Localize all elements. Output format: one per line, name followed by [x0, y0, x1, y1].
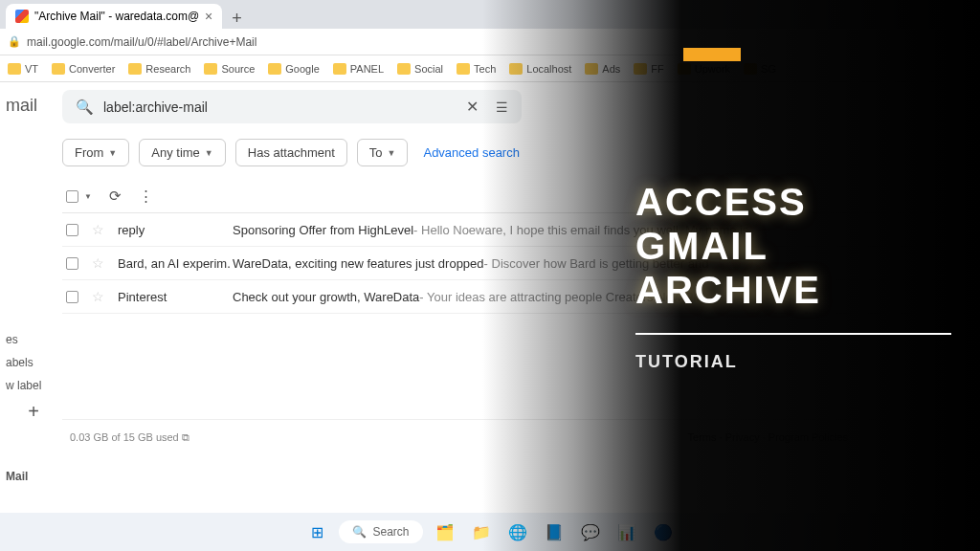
folder-icon: [204, 63, 217, 75]
bookmark-item[interactable]: Google: [268, 63, 319, 75]
bookmark-item[interactable]: Converter: [52, 63, 115, 75]
sidebar: mail es abels w label + Mail: [0, 82, 53, 522]
sender: Pinterest: [118, 290, 233, 304]
folder-icon: [457, 63, 470, 75]
filter-attachment[interactable]: Has attachment: [235, 139, 347, 166]
lock-icon: 🔒: [8, 35, 21, 48]
folder-icon: [8, 63, 21, 75]
search-icon: 🔍: [76, 99, 94, 116]
bookmark-item[interactable]: Social: [397, 63, 443, 75]
overlay-subtitle: TUTORIAL: [635, 352, 980, 372]
subject: Sponsoring Offer from HighLevel: [233, 223, 413, 237]
sender: Bard, an AI experim.: [118, 256, 233, 271]
bookmark-item[interactable]: VT: [8, 63, 38, 75]
close-tab-icon[interactable]: ×: [205, 9, 212, 24]
tutorial-overlay: ACCESS GMAIL ARCHIVE TUTORIAL: [482, 0, 980, 551]
tab-title: "Archive Mail" - waredata.com@: [34, 10, 199, 23]
chevron-down-icon: ▼: [205, 148, 213, 158]
folder-icon: [268, 63, 281, 75]
gmail-icon: [15, 10, 29, 23]
gmail-logo-text: mail: [0, 90, 53, 127]
new-tab-button[interactable]: +: [222, 9, 252, 29]
sidebar-mail-label[interactable]: Mail: [0, 465, 53, 488]
divider: [635, 333, 951, 335]
search-input[interactable]: [103, 99, 457, 115]
url-text: mail.google.com/mail/u/0/#label/Archive+…: [27, 35, 256, 49]
star-icon[interactable]: ☆: [92, 289, 104, 304]
search-icon: 🔍: [352, 525, 367, 539]
chevron-down-icon: ▼: [108, 148, 117, 158]
star-icon[interactable]: ☆: [92, 222, 104, 237]
row-checkbox[interactable]: [66, 257, 78, 270]
external-link-icon[interactable]: ⧉: [182, 431, 189, 443]
filter-anytime[interactable]: Any time▼: [139, 139, 226, 166]
subject: Check out your growth, WareData: [233, 290, 419, 304]
row-checkbox[interactable]: [66, 291, 78, 303]
sidebar-label[interactable]: w label: [0, 374, 53, 397]
search-bar[interactable]: 🔍 ✕ ☰: [62, 90, 522, 123]
folder-icon: [128, 63, 142, 75]
folder-icon: [52, 63, 65, 75]
folder-icon: [333, 63, 346, 75]
star-icon[interactable]: ☆: [92, 255, 104, 271]
taskbar-app[interactable]: 🗂️: [431, 518, 459, 546]
sidebar-label[interactable]: abels: [0, 351, 53, 374]
add-label-button[interactable]: +: [0, 397, 53, 427]
accent-bar: [683, 48, 741, 61]
sidebar-label[interactable]: es: [0, 328, 53, 351]
filter-to[interactable]: To▼: [357, 139, 409, 166]
browser-tab[interactable]: "Archive Mail" - waredata.com@ ×: [6, 4, 222, 29]
sender: reply: [118, 223, 233, 237]
subject: WareData, exciting new features just dro…: [233, 256, 484, 271]
bookmark-item[interactable]: PANEL: [333, 63, 384, 75]
filter-from[interactable]: From▼: [62, 139, 129, 166]
select-dropdown-icon[interactable]: ▼: [84, 192, 92, 201]
refresh-icon[interactable]: ⟳: [109, 187, 122, 205]
more-icon[interactable]: ⋮: [139, 187, 153, 205]
chevron-down-icon: ▼: [388, 148, 396, 158]
storage-text: 0.03 GB of 15 GB used ⧉: [70, 431, 189, 444]
start-button[interactable]: ⊞: [302, 518, 331, 546]
clear-search-icon[interactable]: ✕: [466, 98, 479, 116]
taskbar-search[interactable]: 🔍Search: [339, 520, 422, 543]
overlay-title: ACCESS GMAIL ARCHIVE: [635, 180, 980, 312]
row-checkbox[interactable]: [66, 224, 78, 236]
bookmark-item[interactable]: Source: [204, 63, 255, 75]
folder-icon: [397, 63, 411, 75]
bookmark-item[interactable]: Research: [128, 63, 190, 75]
select-all-checkbox[interactable]: [66, 190, 78, 203]
